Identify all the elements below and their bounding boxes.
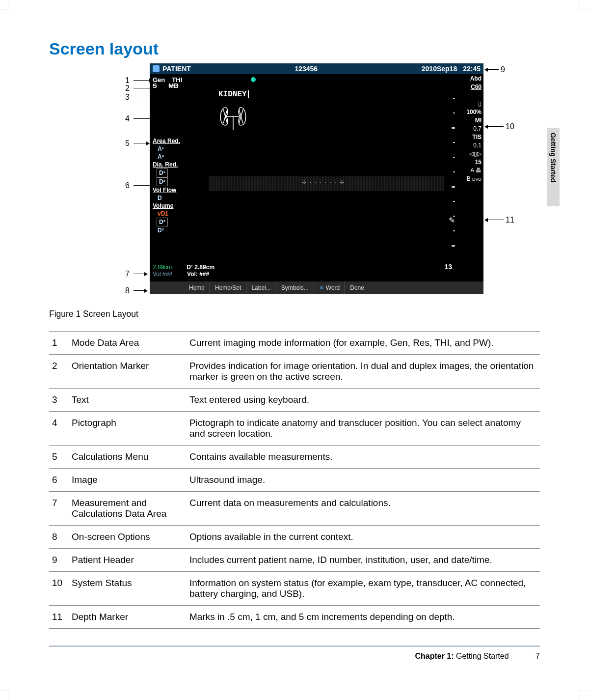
callout-6: 6 — [125, 181, 130, 190]
ultrasound-screenshot: PATIENT 123456 2010Sep18 22:45 Gen THI S… — [150, 63, 483, 294]
meas-value: D¹ 2.89cm — [187, 264, 214, 271]
status-clip-count: 15 — [458, 159, 482, 166]
calc-item[interactable]: D¹ — [157, 168, 168, 177]
status-battery: 100% — [458, 109, 482, 116]
patient-label: PATIENT — [162, 65, 191, 73]
callout-5: 5 — [125, 139, 130, 148]
callout-2: 2 — [125, 84, 130, 93]
patient-id: 123456 — [191, 65, 422, 73]
mode-s: S — [153, 82, 157, 89]
table-row: 7Measurement and Calculations Data AreaC… — [49, 492, 540, 526]
side-tab: Getting Started — [547, 128, 560, 206]
page-number: 7 — [535, 652, 540, 660]
calc-item[interactable]: D — [153, 194, 180, 202]
row-num: 3 — [49, 389, 69, 412]
system-status: Abd C60 ⎓ ▯ 100% MI 0.7 TIS 0.1 ◁▯▷ 15 A… — [458, 75, 482, 184]
row-desc: Text entered using keyboard. — [187, 389, 540, 412]
page-title: Screen layout — [49, 39, 540, 58]
text-entry: KIDNEY — [218, 90, 249, 99]
arrow — [134, 290, 147, 291]
footer-rule — [49, 645, 540, 647]
row-num: 10 — [49, 572, 69, 606]
calc-item[interactable]: A¹ — [153, 145, 180, 153]
row-name: Depth Marker — [69, 606, 187, 629]
layout-table: 1Mode Data AreaCurrent imaging mode info… — [49, 331, 540, 629]
arrow — [485, 126, 504, 127]
row-name: Mode Data Area — [69, 332, 187, 355]
status-transducer: C60 — [458, 84, 482, 91]
row-name: Calculations Menu — [69, 446, 187, 469]
table-row: 9Patient HeaderIncludes current patient … — [49, 549, 540, 572]
callout-7: 7 — [125, 270, 130, 279]
callout-3: 3 — [125, 93, 130, 102]
status-b: B — [467, 175, 471, 182]
callout-4: 4 — [125, 114, 130, 123]
row-desc: Current imaging mode information (for ex… — [187, 332, 540, 355]
mode-mb: MB — [168, 82, 178, 89]
meas-value: Vol: ### — [187, 271, 209, 278]
calc-heading: Volume — [153, 202, 180, 210]
depth-value: 13 — [444, 263, 452, 271]
row-desc: Ultrasound image. — [187, 469, 540, 492]
table-row: 3TextText entered using keyboard. — [49, 389, 540, 412]
row-name: On-screen Options — [69, 526, 187, 549]
calc-heading: Area Red. — [153, 137, 180, 145]
option-label[interactable]: Label... — [246, 281, 275, 294]
close-icon: ✕ — [319, 284, 324, 291]
mode-data-area: Gen THI — [150, 74, 483, 85]
option-home[interactable]: Home — [184, 281, 210, 294]
patient-header: PATIENT 123456 2010Sep18 22:45 — [150, 63, 483, 74]
row-name: Text — [69, 389, 187, 412]
row-num: 8 — [49, 526, 69, 549]
row-name: System Status — [69, 572, 187, 606]
row-name: Pictograph — [69, 412, 187, 446]
calc-item[interactable]: D² — [157, 218, 168, 226]
calc-item[interactable]: D³ — [153, 226, 180, 234]
option-word[interactable]: ✕Word — [314, 281, 345, 294]
row-name: Patient Header — [69, 549, 187, 572]
header-date: 2010Sep18 — [422, 65, 457, 73]
row-num: 11 — [49, 606, 69, 629]
row-num: 9 — [49, 549, 69, 572]
calc-item[interactable]: D² — [157, 177, 168, 186]
calc-heading: Dia. Red. — [153, 161, 180, 168]
status-tis-label: TIS — [458, 134, 482, 141]
arrow — [485, 69, 499, 70]
header-time: 22:45 — [463, 65, 481, 73]
chapter-title: Getting Started — [454, 652, 509, 660]
depth-marker-scale — [450, 93, 455, 265]
row-desc: Marks in .5 cm, 1 cm, and 5 cm increment… — [187, 606, 540, 629]
calc-item-selected[interactable]: vD1 — [153, 210, 180, 218]
calc-item[interactable]: A² — [153, 153, 180, 161]
chapter-label: Chapter 1: — [415, 652, 454, 660]
row-num: 1 — [49, 332, 69, 355]
callout-10: 10 — [506, 122, 514, 131]
row-num: 7 — [49, 492, 69, 526]
table-row: 8On-screen OptionsOptions available in t… — [49, 526, 540, 549]
callout-9: 9 — [501, 65, 505, 74]
orientation-marker — [251, 77, 256, 82]
row-num: 5 — [49, 446, 69, 469]
ac-icon: ⎓ — [458, 92, 482, 99]
status-a: A — [470, 167, 474, 174]
meas-value: 2.89cm — [153, 264, 172, 271]
option-symbols[interactable]: Symbols... — [276, 281, 314, 294]
row-desc: Current data on measurements and calcula… — [187, 492, 540, 526]
table-row: 10System StatusInformation on system sta… — [49, 572, 540, 606]
row-num: 4 — [49, 412, 69, 446]
row-name: Orientation Marker — [69, 355, 187, 389]
clip-icon: ◁▯▷ — [458, 150, 482, 158]
status-exam: Abd — [458, 75, 482, 83]
option-homeset[interactable]: Home/Set — [210, 281, 246, 294]
calculations-menu: Area Red. A¹ A² Dia. Red. D¹ D² Vol Flow… — [153, 137, 180, 234]
row-num: 6 — [49, 469, 69, 492]
table-row: 5Calculations MenuContains available mea… — [49, 446, 540, 469]
caliper: ✢ · · · · · · ✢ — [302, 179, 345, 186]
option-done[interactable]: Done — [345, 281, 369, 294]
callout-11: 11 — [506, 216, 514, 224]
table-row: 6ImageUltrasound image. — [49, 469, 540, 492]
row-num: 2 — [49, 355, 69, 389]
table-row: 1Mode Data AreaCurrent imaging mode info… — [49, 332, 540, 355]
table-row: 4PictographPictograph to indicate anatom… — [49, 412, 540, 446]
callout-8: 8 — [125, 286, 130, 295]
